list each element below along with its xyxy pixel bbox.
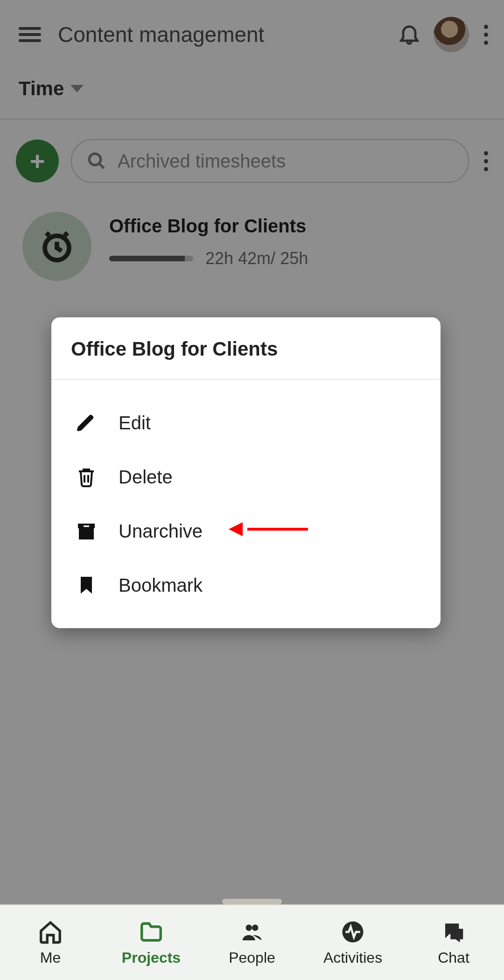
context-menu: Office Blog for Clients Edit Delete Unar…: [51, 317, 441, 628]
menu-item-bookmark[interactable]: Bookmark: [70, 558, 441, 612]
menu-label: Edit: [119, 413, 151, 434]
edit-icon: [74, 410, 99, 435]
nav-activities[interactable]: Activities: [302, 905, 403, 980]
nav-label: Activities: [323, 949, 382, 966]
modal-overlay[interactable]: Office Blog for Clients Edit Delete Unar…: [0, 0, 504, 980]
nav-projects[interactable]: Projects: [101, 905, 202, 980]
chat-icon: [441, 919, 466, 945]
menu-item-edit[interactable]: Edit: [70, 396, 441, 450]
drag-handle[interactable]: [222, 899, 282, 904]
delete-icon: [74, 464, 99, 490]
nav-label: Chat: [438, 949, 469, 966]
menu-item-delete[interactable]: Delete: [70, 450, 441, 504]
svg-rect-5: [84, 525, 89, 527]
app-screen: Content management Time + Archived times…: [0, 0, 504, 980]
nav-label: Me: [40, 949, 61, 966]
people-icon: [239, 919, 265, 945]
modal-header: Office Blog for Clients: [51, 317, 441, 380]
archive-icon: [74, 518, 99, 544]
modal-title: Office Blog for Clients: [71, 338, 422, 360]
svg-point-6: [246, 924, 252, 931]
folder-icon: [139, 919, 164, 945]
nav-chat[interactable]: Chat: [403, 905, 504, 980]
nav-label: Projects: [122, 949, 181, 966]
home-icon: [38, 919, 63, 945]
menu-label: Delete: [119, 467, 173, 488]
nav-me[interactable]: Me: [0, 905, 101, 980]
menu-item-unarchive[interactable]: Unarchive: [70, 504, 441, 558]
svg-rect-4: [79, 528, 94, 539]
svg-point-7: [252, 924, 259, 931]
menu-label: Bookmark: [119, 575, 203, 596]
nav-people[interactable]: People: [202, 905, 302, 980]
bookmark-icon: [74, 573, 99, 598]
bottom-nav: Me Projects People Activities Chat: [0, 904, 504, 980]
menu-label: Unarchive: [119, 521, 203, 542]
activity-icon: [340, 919, 365, 945]
modal-body: Edit Delete Unarchive Bookmark: [51, 380, 441, 628]
nav-label: People: [229, 949, 275, 966]
